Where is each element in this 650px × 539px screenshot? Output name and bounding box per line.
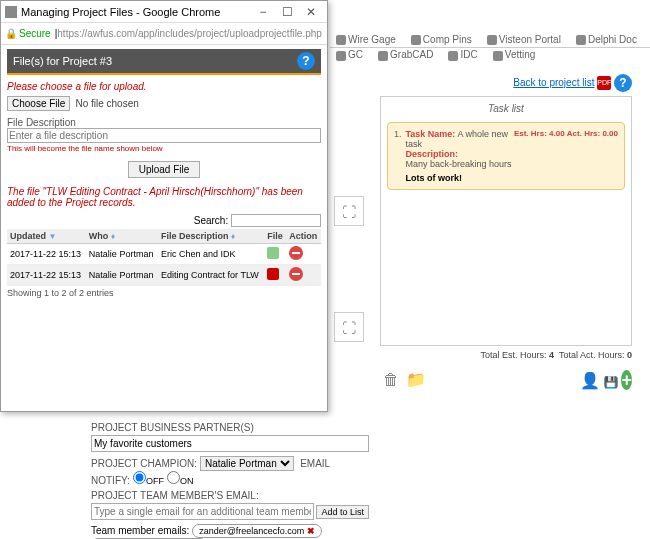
upload-popup: Managing Project Files - Google Chrome −… bbox=[0, 0, 328, 412]
file-desc-label: File Description bbox=[7, 117, 321, 128]
col-updated[interactable]: Updated ▼ bbox=[7, 229, 86, 244]
est-hrs-label: Est. Hrs: bbox=[514, 129, 547, 138]
secure-label: Secure bbox=[19, 28, 51, 39]
choose-file-button[interactable]: Choose File bbox=[7, 96, 70, 111]
notify-off-radio[interactable] bbox=[133, 471, 146, 484]
tab-wire-gage[interactable]: Wire Gage bbox=[330, 32, 402, 47]
tab-idc[interactable]: IDC bbox=[442, 47, 483, 62]
est-hrs: 4.00 bbox=[549, 129, 565, 138]
team-email-input[interactable] bbox=[91, 503, 314, 520]
tab-delphi[interactable]: Delphi Doc bbox=[570, 32, 643, 47]
pdf-icon[interactable]: PDF bbox=[597, 76, 611, 90]
chips-label: Team member emails: bbox=[91, 525, 189, 536]
email-chip: zander@freelancecfo.com ✖ bbox=[192, 524, 322, 538]
champion-label: PROJECT CHAMPION: bbox=[91, 458, 197, 469]
tab-grabcad[interactable]: GrabCAD bbox=[372, 47, 439, 62]
task-name-label: Task Name: bbox=[406, 129, 456, 139]
task-note: Lots of work! bbox=[406, 173, 463, 183]
table-footer: Showing 1 to 2 of 2 entries bbox=[7, 288, 321, 298]
search-label: Search: bbox=[194, 215, 228, 226]
tab-comp-pins[interactable]: Comp Pins bbox=[405, 32, 478, 47]
panel-help-icon[interactable]: ? bbox=[297, 52, 315, 70]
lock-icon: 🔒 bbox=[5, 28, 17, 39]
maximize-button[interactable]: ☐ bbox=[275, 5, 299, 19]
address-bar: 🔒 Secure | https://awfus.com/app/include… bbox=[1, 23, 327, 45]
success-message: The file "TLW Editing Contract - April H… bbox=[7, 186, 321, 208]
zoom-control-1[interactable]: ⛶ bbox=[334, 196, 364, 226]
no-file-label: No file chosen bbox=[75, 98, 138, 109]
tab-gc[interactable]: GC bbox=[330, 47, 369, 62]
task-list-panel: Task list 1. Task Name: A whole new task… bbox=[380, 96, 632, 346]
file-desc-warning: This will become the file name shown bel… bbox=[7, 144, 321, 153]
tab-visteon[interactable]: Visteon Portal bbox=[481, 32, 567, 47]
tab-vetting[interactable]: Vetting bbox=[487, 47, 542, 62]
remove-chip-icon[interactable]: ✖ bbox=[307, 526, 315, 536]
sort-icon: ♦ bbox=[111, 232, 115, 241]
minimize-button[interactable]: − bbox=[251, 5, 275, 19]
window-title: Managing Project Files - Google Chrome bbox=[21, 6, 251, 18]
col-who[interactable]: Who ♦ bbox=[86, 229, 158, 244]
table-row: 2017-11-22 15:13 Natalie Portman Eric Ch… bbox=[7, 244, 321, 265]
back-link[interactable]: Back to project list bbox=[513, 77, 594, 88]
file-icon[interactable] bbox=[267, 247, 279, 259]
task-number: 1. bbox=[394, 129, 402, 183]
url-text: https://awfus.com/app/includes/project/u… bbox=[57, 28, 323, 39]
champion-select[interactable]: Natalie Portman bbox=[200, 456, 294, 471]
file-icon[interactable] bbox=[267, 268, 279, 280]
choose-prompt: Please choose a file for upload. bbox=[7, 81, 321, 92]
close-button[interactable]: ✕ bbox=[299, 5, 323, 19]
help-icon[interactable]: ? bbox=[614, 74, 632, 92]
zoom-control-2[interactable]: ⛶ bbox=[334, 312, 364, 342]
act-hrs: 0.00 bbox=[602, 129, 618, 138]
trash-icon[interactable]: 🗑 bbox=[380, 369, 402, 391]
partner-label: PROJECT BUSINESS PARTNER(S) bbox=[91, 422, 369, 433]
window-titlebar: Managing Project Files - Google Chrome −… bbox=[1, 1, 327, 23]
user-icon[interactable]: 👤 bbox=[579, 370, 601, 392]
app-icon bbox=[5, 6, 17, 18]
col-file[interactable]: File bbox=[264, 229, 286, 244]
totals: Total Est. Hours: 4 Total Act. Hours: 0 bbox=[380, 350, 632, 360]
upload-button[interactable]: Upload File bbox=[128, 161, 201, 178]
col-desc[interactable]: File Description ♦ bbox=[158, 229, 264, 244]
notify-on-radio[interactable] bbox=[167, 471, 180, 484]
panel-title: File(s) for Project #3 bbox=[13, 55, 112, 67]
col-action[interactable]: Action bbox=[286, 229, 321, 244]
save-icon[interactable]: 💾 bbox=[604, 376, 618, 388]
add-task-button[interactable]: + bbox=[621, 370, 632, 390]
file-desc-input[interactable] bbox=[7, 128, 321, 143]
partner-input[interactable] bbox=[91, 435, 369, 452]
delete-icon[interactable] bbox=[289, 246, 303, 260]
sort-icon: ♦ bbox=[231, 232, 235, 241]
table-row: 2017-11-22 15:13 Natalie Portman Editing… bbox=[7, 265, 321, 286]
delete-icon[interactable] bbox=[289, 267, 303, 281]
add-email-button[interactable]: Add to List bbox=[316, 505, 369, 519]
task-list-title: Task list bbox=[387, 103, 625, 114]
task-desc: Many back-breaking hours bbox=[406, 159, 514, 169]
search-input[interactable] bbox=[231, 214, 321, 227]
task-desc-label: Description: bbox=[406, 149, 459, 159]
folder-icon[interactable]: 📁 bbox=[405, 369, 427, 391]
act-hrs-label: Act. Hrs: bbox=[567, 129, 600, 138]
browser-tabs: Wire Gage Comp Pins Visteon Portal Delph… bbox=[330, 0, 650, 48]
task-card[interactable]: 1. Task Name: A whole new task Descripti… bbox=[387, 122, 625, 190]
files-table: Updated ▼ Who ♦ File Description ♦ File … bbox=[7, 229, 321, 286]
sort-icon: ▼ bbox=[49, 232, 57, 241]
team-email-label: PROJECT TEAM MEMBER'S EMAIL: bbox=[91, 490, 369, 501]
